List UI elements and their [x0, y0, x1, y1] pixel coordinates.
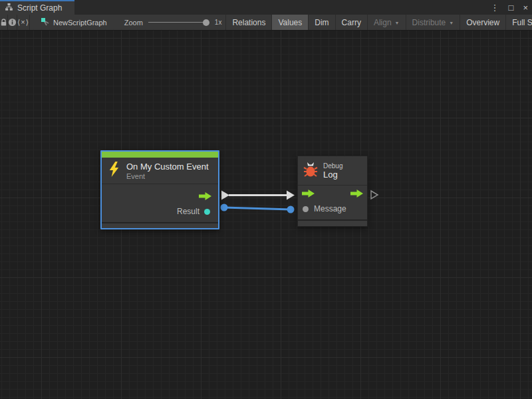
graph-icon	[5, 3, 13, 13]
align-dropdown[interactable]: Align ▼	[367, 15, 406, 30]
toolbar-toggle-group: Relations Values Dim Carry Align ▼ Distr…	[225, 15, 532, 30]
connections-layer	[0, 31, 532, 399]
node-title: Log	[323, 170, 342, 180]
exec-arrow-icon[interactable]	[350, 188, 363, 200]
node-title: On My Custom Event	[126, 162, 209, 172]
tab-bar: Script Graph ⋮ □ ×	[0, 0, 532, 15]
zoom-label: Zoom	[124, 19, 143, 27]
close-icon[interactable]: ×	[523, 3, 528, 12]
script-graph-icon	[41, 17, 50, 28]
zoom-slider[interactable]	[148, 19, 209, 27]
node-header: On My Custom Event Event	[102, 158, 218, 184]
node-header: Debug Log	[298, 156, 367, 186]
node-footer	[102, 222, 218, 228]
tab-title: Script Graph	[17, 3, 62, 13]
info-icon	[8, 18, 17, 27]
result-port[interactable]	[204, 209, 210, 215]
node-subtitle: Event	[126, 172, 209, 180]
lock-icon	[0, 19, 7, 27]
unconnected-exec-stub[interactable]	[371, 191, 378, 199]
distribute-dropdown[interactable]: Distribute ▼	[406, 15, 460, 30]
chevron-down-icon: ▼	[395, 21, 400, 25]
graph-asset-button[interactable]: NewScriptGraph	[34, 15, 114, 30]
graph-toolbar: ⟨×⟩ NewScriptGraph Zoom 1x Relations Val…	[0, 15, 532, 31]
node-ports: Result	[102, 184, 218, 219]
graph-name-label: NewScriptGraph	[53, 19, 107, 27]
message-port-label: Message	[314, 204, 346, 213]
full-screen-button[interactable]: Full Screen	[505, 15, 532, 30]
tab-script-graph[interactable]: Script Graph	[0, 0, 74, 15]
exec-arrow-icon[interactable]	[199, 191, 211, 203]
dim-button[interactable]: Dim	[308, 15, 334, 30]
graph-canvas[interactable]: On My Custom Event Event Result	[0, 31, 532, 399]
node-ports: Message	[298, 186, 367, 216]
node-surtitle: Debug	[323, 162, 342, 170]
align-label: Align	[374, 18, 392, 27]
connection-exec[interactable]	[221, 191, 295, 200]
code-view-button[interactable]: ⟨×⟩	[17, 15, 30, 30]
values-button[interactable]: Values	[271, 15, 308, 30]
overview-button[interactable]: Overview	[460, 15, 505, 30]
exec-arrow-icon[interactable]	[302, 188, 315, 200]
window-controls: ⋮ □ ×	[491, 0, 528, 15]
node-debug-log[interactable]: Debug Log	[297, 156, 368, 227]
node-on-my-custom-event[interactable]: On My Custom Event Event Result	[100, 150, 219, 229]
maximize-icon[interactable]: □	[509, 3, 514, 12]
bug-icon	[303, 161, 319, 181]
zoom-slider-handle[interactable]	[203, 19, 209, 26]
connection-value[interactable]	[221, 204, 295, 213]
node-footer	[298, 219, 367, 226]
distribute-label: Distribute	[412, 18, 446, 27]
kebab-menu-icon[interactable]: ⋮	[491, 3, 499, 12]
result-port-label: Result	[177, 207, 200, 216]
zoom-value: 1x	[215, 19, 222, 26]
chevron-down-icon: ▼	[449, 21, 454, 25]
lock-button[interactable]	[0, 15, 8, 30]
zoom-control: Zoom 1x	[124, 15, 222, 30]
lightning-icon	[106, 161, 122, 180]
script-graph-window: Script Graph ⋮ □ × ⟨×⟩	[0, 0, 532, 399]
relations-button[interactable]: Relations	[225, 15, 271, 30]
carry-button[interactable]: Carry	[335, 15, 367, 30]
message-port[interactable]	[303, 206, 309, 212]
code-angle-icon: ⟨×⟩	[17, 18, 29, 27]
info-button[interactable]	[8, 15, 17, 30]
event-color-bar	[102, 152, 218, 158]
